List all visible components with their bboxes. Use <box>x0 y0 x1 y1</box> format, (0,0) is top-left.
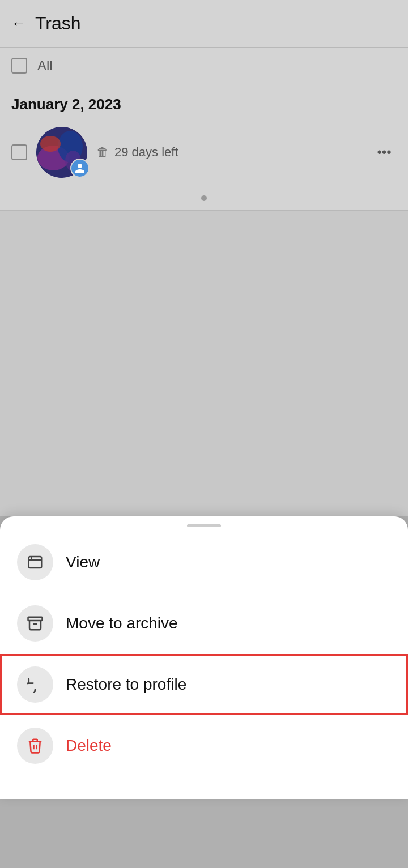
bottom-sheet: View Move to archive Restore to profile <box>0 516 408 799</box>
select-all-checkbox[interactable] <box>11 58 27 74</box>
select-all-row: All <box>0 48 408 84</box>
date-label: January 2, 2023 <box>11 96 121 113</box>
back-button[interactable]: ← <box>11 15 26 32</box>
empty-space <box>0 211 408 516</box>
archive-icon-wrap <box>17 605 53 642</box>
view-icon <box>27 554 44 571</box>
item-checkbox[interactable] <box>11 144 27 160</box>
svg-rect-5 <box>29 557 42 568</box>
menu-item-archive[interactable]: Move to archive <box>0 593 408 654</box>
page-title: Trash <box>35 13 81 34</box>
view-icon-wrap <box>17 544 53 580</box>
trash-icon-small: 🗑 <box>96 145 109 160</box>
item-row: 🗑 29 days left ••• <box>0 119 408 186</box>
delete-icon <box>27 737 44 754</box>
item-info: 🗑 29 days left <box>96 145 363 160</box>
menu-item-delete[interactable]: Delete <box>0 715 408 776</box>
menu-item-archive-label: Move to archive <box>66 614 178 632</box>
svg-rect-8 <box>28 617 42 621</box>
restore-icon <box>27 676 44 693</box>
dot <box>201 195 207 201</box>
menu-item-delete-label: Delete <box>66 737 112 755</box>
archive-icon <box>27 615 44 632</box>
delete-icon-wrap <box>17 728 53 764</box>
menu-item-restore-label: Restore to profile <box>66 675 186 694</box>
menu-item-view-label: View <box>66 553 100 571</box>
restore-icon-wrap <box>17 666 53 703</box>
avatar-wrap <box>36 127 87 178</box>
menu-item-view[interactable]: View <box>0 532 408 593</box>
item-more-button[interactable]: ••• <box>372 140 397 165</box>
select-all-label: All <box>37 58 53 74</box>
bottom-sheet-handle-area <box>0 516 408 532</box>
menu-item-restore[interactable]: Restore to profile <box>0 654 408 715</box>
header: ← Trash <box>0 0 408 48</box>
avatar-badge <box>70 159 90 178</box>
bottom-sheet-handle <box>187 524 221 527</box>
svg-point-3 <box>40 136 61 152</box>
date-section: January 2, 2023 <box>0 84 408 119</box>
dot-separator <box>0 186 408 211</box>
days-left-text: 29 days left <box>114 145 178 160</box>
